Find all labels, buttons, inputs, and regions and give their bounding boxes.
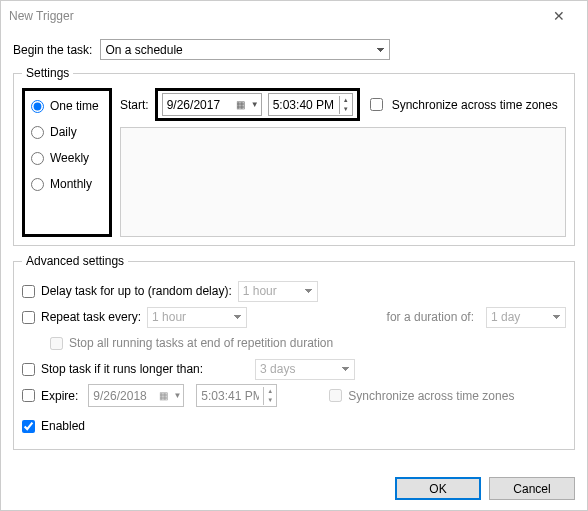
begin-task-label: Begin the task: [13, 43, 92, 57]
time-spinner: ▲▼ [263, 387, 276, 405]
advanced-legend: Advanced settings [22, 254, 128, 268]
spin-up-icon[interactable]: ▲ [340, 96, 352, 105]
schedule-detail-panel [120, 127, 566, 237]
radio-weekly[interactable] [31, 152, 44, 165]
repeat-select: 1 hour [147, 307, 247, 328]
radio-daily[interactable] [31, 126, 44, 139]
dialog-footer: OK Cancel [1, 467, 587, 510]
repeat-checkbox[interactable] [22, 311, 35, 324]
expire-time-picker: ▲▼ [196, 384, 277, 407]
enabled-checkbox[interactable] [22, 420, 35, 433]
expire-checkbox[interactable] [22, 389, 35, 402]
stop-longer-checkbox[interactable] [22, 363, 35, 376]
settings-legend: Settings [22, 66, 73, 80]
stop-longer-label: Stop task if it runs longer than: [41, 362, 203, 376]
stop-end-checkbox [50, 337, 63, 350]
start-time-input[interactable] [269, 94, 339, 115]
delay-select: 1 hour [238, 281, 318, 302]
schedule-monthly[interactable]: Monthly [31, 177, 103, 191]
radio-monthly[interactable] [31, 178, 44, 191]
start-time-picker[interactable]: ▲▼ [268, 93, 353, 116]
settings-group: Settings One time Daily Weekly Monthly S… [13, 66, 575, 246]
spin-down-icon: ▼ [264, 396, 276, 405]
sync-timezones-checkbox[interactable] [370, 98, 383, 111]
start-date-picker[interactable]: ▦ ▼ [162, 93, 262, 116]
chevron-down-icon[interactable]: ▼ [249, 100, 261, 109]
cancel-button[interactable]: Cancel [489, 477, 575, 500]
advanced-settings-group: Advanced settings Delay task for up to (… [13, 254, 575, 450]
start-datetime-highlight: ▦ ▼ ▲▼ [155, 88, 360, 121]
expire-date-picker: ▦ ▼ [88, 384, 184, 407]
window-title: New Trigger [9, 9, 539, 23]
titlebar: New Trigger ✕ [1, 1, 587, 31]
ok-button[interactable]: OK [395, 477, 481, 500]
repeat-label: Repeat task every: [41, 310, 141, 324]
expire-date-input [89, 385, 155, 406]
time-spinner[interactable]: ▲▼ [339, 96, 352, 114]
expire-time-input [197, 385, 263, 406]
schedule-one-time[interactable]: One time [31, 99, 103, 113]
schedule-weekly[interactable]: Weekly [31, 151, 103, 165]
expire-sync-checkbox [329, 389, 342, 402]
chevron-down-icon: ▼ [171, 391, 183, 400]
duration-select: 1 day [486, 307, 566, 328]
start-label: Start: [120, 98, 149, 112]
enabled-label: Enabled [41, 419, 85, 433]
radio-one-time[interactable] [31, 100, 44, 113]
schedule-daily[interactable]: Daily [31, 125, 103, 139]
begin-task-select[interactable]: On a schedule [100, 39, 390, 60]
delay-checkbox[interactable] [22, 285, 35, 298]
calendar-icon: ▦ [155, 390, 171, 401]
expire-sync-label: Synchronize across time zones [348, 389, 514, 403]
stop-longer-select: 3 days [255, 359, 355, 380]
new-trigger-dialog: New Trigger ✕ Begin the task: On a sched… [0, 0, 588, 511]
calendar-icon[interactable]: ▦ [233, 99, 249, 110]
close-icon[interactable]: ✕ [539, 8, 579, 24]
spin-up-icon: ▲ [264, 387, 276, 396]
sync-timezones-label: Synchronize across time zones [392, 98, 558, 112]
duration-label: for a duration of: [387, 310, 474, 324]
stop-end-label: Stop all running tasks at end of repetit… [69, 336, 333, 350]
expire-label: Expire: [41, 389, 78, 403]
delay-label: Delay task for up to (random delay): [41, 284, 232, 298]
schedule-type-group: One time Daily Weekly Monthly [22, 88, 112, 237]
spin-down-icon[interactable]: ▼ [340, 105, 352, 114]
start-date-input[interactable] [163, 94, 233, 115]
